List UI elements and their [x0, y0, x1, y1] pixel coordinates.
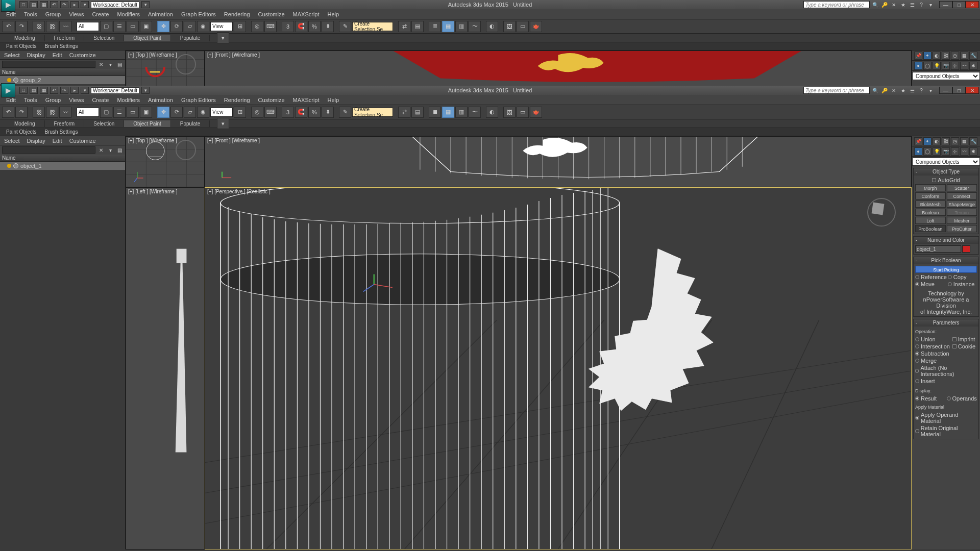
se-clear-icon[interactable]: ✕: [97, 147, 105, 153]
visibility-bulb-icon[interactable]: [7, 164, 11, 168]
create-geometry-icon[interactable]: ●: [914, 62, 922, 70]
angle-snap-button[interactable]: 🧲: [295, 107, 307, 118]
use-center-button[interactable]: ⊞: [234, 21, 246, 32]
object-name-input[interactable]: [915, 245, 961, 253]
ribbon-minimize-icon[interactable]: ▾: [217, 32, 229, 43]
workspace-selector[interactable]: Workspace: Default: [91, 2, 139, 8]
ribbon-tab-selection[interactable]: Selection: [84, 35, 124, 41]
rollout-header[interactable]: Parameters: [914, 319, 978, 327]
ribbon-sub-paint-objects[interactable]: Paint Objects: [2, 129, 40, 135]
create-systems-icon[interactable]: ✱: [969, 62, 977, 70]
help-chevron-icon[interactable]: ▾: [927, 2, 934, 8]
edit-named-sel-button[interactable]: ✎: [339, 107, 351, 118]
se-column-header-name[interactable]: Name: [0, 69, 125, 76]
qat-new-icon[interactable]: □: [19, 87, 28, 94]
help-chevron-icon[interactable]: ▾: [927, 87, 934, 93]
qat-link-icon[interactable]: ▸: [70, 87, 79, 94]
select-by-name-button[interactable]: ☰: [113, 107, 126, 118]
rendered-frame-button[interactable]: ▭: [517, 107, 529, 118]
select-rotate-button[interactable]: ⟳: [170, 107, 183, 118]
cmd-display-icon[interactable]: ▦: [960, 137, 968, 145]
unlink-button[interactable]: ⛓̸: [46, 21, 58, 32]
align-button[interactable]: ▤: [411, 107, 424, 118]
app-menu-icon[interactable]: ▶: [1, 83, 15, 97]
apply-operand-mat-radio[interactable]: [915, 416, 919, 420]
op-union-radio[interactable]: [915, 337, 919, 341]
create-shapes-icon[interactable]: ◯: [923, 147, 932, 156]
se-clear-icon[interactable]: ✕: [97, 61, 105, 67]
menu-graph-editors[interactable]: Graph Editors: [177, 96, 220, 104]
curve-editor-button[interactable]: 〜: [469, 107, 481, 118]
ribbon-sub-paint-objects[interactable]: Paint Objects: [2, 43, 40, 49]
se-view-icon[interactable]: ▤: [116, 61, 123, 67]
se-view-icon[interactable]: ▤: [116, 147, 123, 153]
ref-coord-combo[interactable]: View: [210, 22, 233, 31]
se-menu-display[interactable]: Display: [27, 138, 45, 144]
menu-maxscript[interactable]: MAXScript: [289, 10, 324, 18]
scene-explorer-button[interactable]: ▦: [442, 21, 454, 32]
op-imprint-checkbox[interactable]: [952, 337, 957, 341]
rendered-frame-button[interactable]: ▭: [517, 21, 529, 32]
select-move-button[interactable]: ✥: [157, 107, 169, 118]
keyboard-shortcut-button[interactable]: ⌨: [264, 107, 277, 118]
cmd-modify-icon[interactable]: ◐: [933, 137, 941, 145]
viewport-area[interactable]: [+] [Top ] [Wireframe ] [+] [Front ] [Wi…: [126, 136, 912, 549]
maximize-button[interactable]: □: [952, 87, 966, 94]
ribbon-minimize-icon[interactable]: ▾: [217, 118, 229, 129]
mirror-button[interactable]: ⇄: [398, 21, 410, 32]
pick-move-radio[interactable]: [915, 282, 919, 286]
signin-icon[interactable]: 🔑: [881, 2, 888, 8]
infocenter-search-input[interactable]: [803, 87, 870, 94]
select-move-button[interactable]: ✥: [157, 21, 169, 32]
ribbon-toggle-button[interactable]: ▥: [455, 107, 468, 118]
select-scale-button[interactable]: ▱: [184, 107, 196, 118]
ribbon-tab-modeling[interactable]: Modeling: [5, 35, 45, 41]
align-button[interactable]: ▤: [411, 21, 424, 32]
select-object-button[interactable]: ▢: [100, 107, 112, 118]
ot-mesher-button[interactable]: Mesher: [947, 217, 977, 224]
select-by-name-button[interactable]: ☰: [113, 21, 126, 32]
ot-blobmesh-button[interactable]: BlobMesh: [915, 201, 946, 208]
ot-proboolean-button[interactable]: ProBoolean: [915, 225, 946, 232]
viewcube[interactable]: [176, 54, 196, 74]
display-operands-radio[interactable]: [947, 396, 951, 400]
cmd-display-icon[interactable]: ▦: [960, 52, 968, 60]
undo-button[interactable]: ↶: [2, 107, 14, 118]
cmd-utilities-icon[interactable]: 🔧: [969, 137, 977, 145]
viewcube[interactable]: [176, 140, 196, 160]
select-region-rect-button[interactable]: ▭: [127, 107, 139, 118]
material-editor-button[interactable]: ◐: [486, 107, 498, 118]
minimize-button[interactable]: —: [939, 1, 952, 8]
spinner-snap-button[interactable]: ⬍: [322, 21, 334, 32]
ribbon-sub-brush-settings[interactable]: Brush Settings: [40, 43, 82, 49]
se-filter-icon[interactable]: ▾: [107, 61, 114, 67]
create-cameras-icon[interactable]: 📷: [942, 147, 950, 156]
layer-manager-button[interactable]: ≣: [429, 107, 441, 118]
favorites-icon[interactable]: ★: [899, 87, 906, 93]
cmd-hierarchy-icon[interactable]: ⛓: [942, 137, 950, 145]
qat-undo-icon[interactable]: ↶: [50, 87, 58, 94]
ribbon-toggle-button[interactable]: ▥: [455, 21, 468, 32]
selection-filter-combo[interactable]: All: [77, 108, 99, 117]
retain-original-mat-radio[interactable]: [915, 429, 919, 433]
qat-new-icon[interactable]: □: [19, 1, 28, 8]
se-filter-icon[interactable]: ▾: [107, 147, 114, 153]
se-menu-select[interactable]: Select: [4, 138, 20, 144]
cmd-motion-icon[interactable]: ◷: [951, 52, 959, 60]
se-menu-select[interactable]: Select: [4, 52, 20, 58]
autogrid-checkbox[interactable]: [932, 178, 936, 182]
window-crossing-button[interactable]: ▣: [140, 21, 152, 32]
search-icon[interactable]: 🔍: [872, 87, 879, 93]
material-editor-button[interactable]: ◐: [486, 21, 498, 32]
render-setup-button[interactable]: 🖼: [503, 21, 516, 32]
create-systems-icon[interactable]: ✱: [969, 147, 977, 156]
qat-undo-icon[interactable]: ↶: [50, 1, 58, 8]
op-merge-radio[interactable]: [915, 359, 919, 363]
se-menu-customize[interactable]: Customize: [69, 138, 96, 144]
ribbon-sub-brush-settings[interactable]: Brush Settings: [40, 129, 82, 135]
create-spacewarps-icon[interactable]: 〰: [960, 62, 968, 70]
ribbon-tab-object-paint[interactable]: Object Paint: [124, 120, 170, 127]
ot-terrain-button[interactable]: Terrain: [947, 209, 977, 216]
ot-procutter-button[interactable]: ProCutter: [947, 225, 977, 232]
qat-redo-icon[interactable]: ↷: [60, 1, 68, 8]
